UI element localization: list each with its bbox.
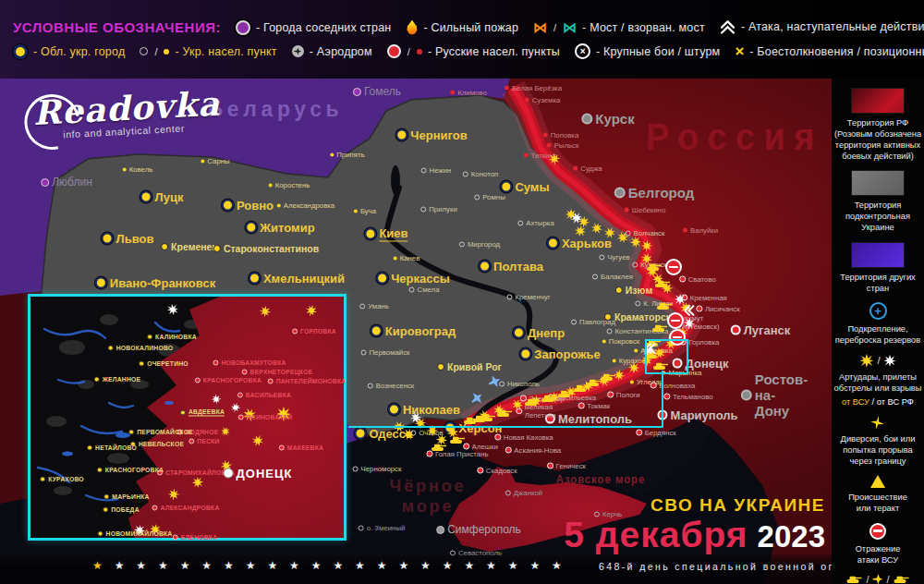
explosion-icon [220, 426, 231, 437]
legend-item-bigbattle: ×- Крупные бои / штурм [575, 43, 720, 59]
legend-item-neighbor: - Города соседних стран [236, 20, 391, 35]
sidebar-item-noentry: Отражение атаки ВСУ [856, 523, 901, 566]
city-label: Черкассы [376, 272, 450, 286]
day-star-icon: ★ [398, 560, 408, 571]
jet-icon [468, 389, 486, 408]
sidebar-item-swother: Территория других стран [840, 242, 916, 294]
city-dot-icon [632, 262, 638, 267]
city-dot-icon [139, 360, 144, 366]
legend-item-ukrtown: /- Укр. насел. пункт [140, 45, 276, 58]
city-label: Кременчуг [506, 293, 550, 301]
city-dot-icon [663, 394, 670, 400]
sidebar-item-label: Отражение атаки ВСУ [856, 543, 901, 566]
city-label: Симферополь [436, 523, 521, 536]
sidebar-item-label: Подкрепление, переброска резервов [835, 323, 920, 346]
explosion-icon [590, 222, 604, 236]
inset-city-label: ПОБЕДА [103, 506, 140, 513]
city-dot-icon [368, 383, 373, 388]
neighbor-city-icon [236, 20, 250, 35]
tank-icon [450, 432, 466, 448]
attack-chevrons-icon [684, 305, 695, 317]
sidebar-item-vehicles: //Уничтожен. техника [838, 574, 917, 584]
year-label: 2023 [758, 521, 825, 552]
city-label: Первомайск [360, 348, 409, 357]
explosion-icon [210, 393, 223, 406]
city-label: Балаклея [592, 273, 633, 281]
day-star-icon: ★ [355, 560, 365, 571]
city-label: Поповка [543, 131, 579, 140]
city-label: Токмак [578, 402, 611, 410]
day-star-icon: ★ [201, 560, 212, 571]
city-label: Киев [364, 226, 407, 242]
city-dot-icon [634, 348, 638, 352]
city-label: Аскания-Нова [505, 446, 561, 455]
city-dot-icon [571, 319, 577, 324]
day-star-icon: ★ [529, 560, 540, 571]
inset-city-label: АЛЕКСАНДРОВКА [152, 505, 219, 511]
inset-city-label: ПЕРВОМАЙСКОЕ [128, 429, 193, 435]
city-dot-icon [683, 228, 687, 233]
city-dot-icon [420, 206, 426, 212]
rus-town-dot-icon [417, 49, 422, 55]
city-dot-icon [249, 273, 261, 285]
day-star-icon: ★ [92, 560, 103, 571]
city-label: Чугуев [599, 253, 629, 262]
city-dot-icon [625, 208, 629, 213]
city-dot-icon [360, 349, 366, 355]
city-label: Новая Каховка [494, 433, 553, 442]
city-dot-icon [388, 404, 400, 416]
city-label: Конотоп [463, 170, 498, 178]
inset-city-label: ЕЛЕНОВКА [173, 534, 218, 541]
city-label: Днепр [513, 326, 565, 340]
city-dot-icon [195, 377, 201, 383]
tank-icon [657, 298, 673, 314]
city-dot-icon [474, 194, 480, 200]
callout-rectangle [645, 339, 688, 374]
city-dot-icon [547, 143, 552, 148]
city-label: Николаев [388, 403, 460, 417]
inset-city-label: НЕВЕЛЬСКОЕ [130, 441, 184, 447]
sidebar-item-sublabel: от ВСУ / от ВС РФ [842, 397, 914, 408]
city-dot-icon [421, 167, 427, 173]
tank-icon [497, 405, 513, 421]
legend-item-label: - Города соседних стран [256, 21, 391, 34]
city-label: Кировоград [371, 324, 456, 338]
city-label: Геническ [547, 462, 586, 470]
city-label: о. Змеиный [359, 524, 406, 532]
sidebar-item-label: Территория подконтрольная Украине [845, 200, 910, 233]
rus-town-icon [387, 44, 401, 58]
city-label: Житомир [245, 221, 314, 235]
city-label: Кременец [161, 241, 218, 252]
tank-icon [601, 369, 616, 385]
city-label: Мариуполь [657, 408, 737, 422]
city-label: Суземка [525, 96, 561, 104]
legend-item-bridge: ⋈/⋈- Мост / взорван. мост [533, 20, 705, 34]
legend-item-chevrons: - Атака, наступательные действия [720, 20, 924, 34]
warning-icon [870, 475, 885, 488]
city-label: Скадовск [477, 467, 517, 475]
city-label: Миргород [459, 240, 500, 249]
city-label: Павлоград [571, 318, 615, 326]
city-label: Нежин [421, 166, 452, 175]
city-dot-icon [95, 277, 107, 289]
inset-city-label: ПАНТЕЛЕЙМОНОВКА [268, 378, 346, 384]
city-dot-icon [599, 254, 604, 260]
sidebar-item-warn: Происшествие или теракт [848, 475, 907, 514]
city-label: Коростень [269, 181, 310, 189]
destroyed-vehicle-icon [894, 575, 909, 584]
city-dot-icon [499, 381, 505, 386]
tank-icon [574, 380, 590, 396]
city-dot-icon [354, 209, 358, 213]
destroyed-bridge-icon: ⋈ [563, 20, 577, 34]
day-star-icon: ★ [224, 560, 234, 571]
city-label: Запорожье [519, 347, 600, 361]
city-dot-icon [578, 403, 585, 409]
city-label: Ковель [123, 165, 153, 174]
destroyed-jet-icon [872, 574, 882, 584]
city-dot-icon [592, 274, 598, 279]
day-star-icon: ★ [486, 560, 496, 571]
city-label: Ровно [222, 199, 274, 213]
tank-icon [655, 275, 671, 292]
city-dot-icon [245, 222, 257, 234]
city-dot-icon [525, 98, 529, 103]
